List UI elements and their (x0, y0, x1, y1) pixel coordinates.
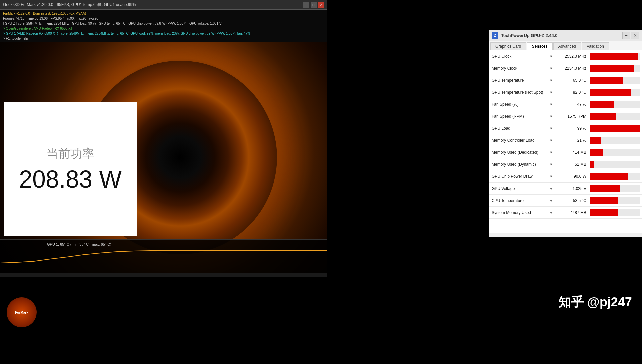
sensor-name-12: CPU Temperature ▼ (489, 198, 556, 203)
sensor-value-2: 65.0 °C (556, 78, 589, 83)
sensor-dropdown-icon-6[interactable]: ▼ (549, 126, 553, 130)
gpuz-win-controls: − ✕ (622, 32, 639, 39)
gpuz-logo-icon: Z (492, 32, 498, 39)
sensor-row: GPU Load ▼ 99 % (489, 122, 642, 134)
sensor-row: Memory Used (Dynamic) ▼ 51 MB (489, 158, 642, 170)
sensor-dropdown-icon-2[interactable]: ▼ (549, 78, 553, 82)
sensor-name-2: GPU Temperature ▼ (489, 78, 556, 83)
info-line-2: [ GPU-Z ] core: 2584 MHz - mem: 2234 MHz… (3, 21, 324, 26)
sensor-bar-container-6 (590, 125, 640, 132)
sensor-dropdown-icon-9[interactable]: ▼ (549, 162, 553, 166)
gpuz-sensors-panel: GPU Clock ▼ 2532.0 MHz Memory Clock ▼ 22… (489, 50, 642, 233)
sensor-bar-13 (590, 209, 618, 216)
sensor-row: Memory Controller Load ▼ 21 % (489, 134, 642, 146)
sensor-dropdown-icon-1[interactable]: ▼ (549, 66, 553, 70)
power-label: 当前功率 (46, 146, 94, 162)
furmark-window: Geeks3D FurMark v1.29.0.0 - 95FPS, GPU1 … (0, 0, 327, 277)
sensor-bar-10 (590, 173, 628, 180)
tab-sensors[interactable]: Sensors (527, 42, 552, 50)
sensor-bar-container-3 (590, 89, 640, 96)
sensor-row: GPU Voltage ▼ 1.025 V (489, 183, 642, 195)
sensor-dropdown-icon-5[interactable]: ▼ (549, 114, 553, 118)
info-line-4: > GPU 1 (AMD Radeon RX 6500 XT) - core: … (3, 31, 324, 36)
sensor-dropdown-icon-3[interactable]: ▼ (549, 90, 553, 94)
sensor-dropdown-icon-11[interactable]: ▼ (549, 187, 553, 191)
sensor-bar-container-0 (590, 53, 640, 60)
furmark-title: Geeks3D FurMark v1.29.0.0 - 95FPS, GPU1 … (3, 2, 303, 8)
sensor-bar-container-8 (590, 149, 640, 156)
sensor-name-8: Memory Used (Dedicated) ▼ (489, 150, 556, 155)
furmark-maximize-button[interactable]: □ (311, 2, 317, 8)
sensor-row: GPU Chip Power Draw ▼ 90.0 W (489, 170, 642, 183)
sensor-name-10: GPU Chip Power Draw ▼ (489, 174, 556, 179)
sensor-dropdown-icon-13[interactable]: ▼ (549, 211, 553, 215)
furmark-titlebar: Geeks3D FurMark v1.29.0.0 - 95FPS, GPU1 … (0, 0, 327, 10)
furmark-minimize-button[interactable]: − (303, 2, 309, 8)
sensor-value-5: 1575 RPM (556, 114, 589, 119)
sensor-bar-container-5 (590, 113, 640, 120)
sensor-bar-container-12 (590, 197, 640, 204)
sensor-bar-container-1 (590, 65, 640, 72)
sensor-row: GPU Temperature (Hot Spot) ▼ 82.0 °C (489, 86, 642, 98)
sensor-name-9: Memory Used (Dynamic) ▼ (489, 162, 556, 167)
furmark-logo: FurMark (7, 297, 37, 327)
sensor-name-3: GPU Temperature (Hot Spot) ▼ (489, 90, 556, 95)
gpuz-tabs: Graphics Card Sensors Advanced Validatio… (489, 41, 642, 50)
gpuz-window: Z TechPowerUp GPU-Z 2.44.0 − ✕ Graphics … (489, 30, 642, 237)
sensor-value-4: 47 % (556, 102, 589, 107)
sensor-dropdown-icon-0[interactable]: ▼ (549, 54, 553, 58)
furmark-info-panel: FurMark v1.29.0.0 - Burn-in test, 1920x1… (0, 10, 327, 42)
watermark: 知乎 @pj247 (558, 294, 632, 311)
sensor-bar-8 (590, 149, 603, 156)
sensor-bar-7 (590, 137, 601, 144)
sensor-row: Memory Clock ▼ 2234.0 MHz (489, 62, 642, 74)
sensor-name-0: GPU Clock ▼ (489, 54, 556, 59)
tab-advanced[interactable]: Advanced (553, 42, 581, 50)
info-line-5: > F1: toggle help (3, 36, 324, 41)
sensor-value-3: 82.0 °C (556, 90, 589, 95)
info-line-0: FurMark v1.29.0.0 - Burn-in test, 1920x1… (3, 11, 324, 16)
sensor-bar-1 (590, 65, 634, 72)
sensor-bar-9 (590, 161, 594, 168)
sensor-dropdown-icon-8[interactable]: ▼ (549, 150, 553, 154)
graph-label: GPU 1: 65° C (min: 38° C - max: 65° C) (47, 242, 111, 246)
sensor-row: Fan Speed (RPM) ▼ 1575 RPM (489, 110, 642, 122)
sensor-value-11: 1.025 V (556, 186, 589, 191)
sensor-name-7: Memory Controller Load ▼ (489, 138, 556, 143)
sensor-value-10: 90.0 W (556, 174, 589, 179)
sensor-bar-2 (590, 77, 623, 84)
sensor-name-13: System Memory Used ▼ (489, 210, 556, 215)
sensor-bar-container-10 (590, 173, 640, 180)
sensor-dropdown-icon-10[interactable]: ▼ (549, 174, 553, 178)
sensor-value-12: 53.5 °C (556, 198, 589, 203)
sensor-name-4: Fan Speed (%) ▼ (489, 102, 556, 107)
sensor-bar-11 (590, 185, 620, 192)
tab-validation[interactable]: Validation (582, 42, 609, 50)
info-line-1: Frames:74715 - time:00:13:06 - FPS:95 (m… (3, 16, 324, 21)
sensor-dropdown-icon-7[interactable]: ▼ (549, 138, 553, 142)
sensor-bar-3 (590, 89, 631, 96)
sensor-value-7: 21 % (556, 138, 589, 143)
tab-graphics-card[interactable]: Graphics Card (490, 42, 526, 50)
info-line-3: > OpenGL renderer: AMD Radeon RX 6500 XT (3, 26, 324, 31)
sensor-dropdown-icon-4[interactable]: ▼ (549, 102, 553, 106)
sensor-row: GPU Temperature ▼ 65.0 °C (489, 74, 642, 86)
sensor-name-1: Memory Clock ▼ (489, 66, 556, 71)
furmark-win-controls: − □ ✕ (303, 2, 324, 8)
sensor-row: System Memory Used ▼ 4487 MB (489, 207, 642, 219)
sensor-bar-0 (590, 53, 638, 60)
power-display: 当前功率 208.83 W (4, 102, 137, 236)
temperature-graph: GPU 1: 65° C (min: 38° C - max: 65° C) (0, 239, 327, 273)
furmark-close-button[interactable]: ✕ (318, 2, 324, 8)
sensor-name-5: Fan Speed (RPM) ▼ (489, 114, 556, 119)
sensor-value-6: 99 % (556, 126, 589, 131)
sensor-bar-container-13 (590, 209, 640, 216)
gpuz-minimize-button[interactable]: − (622, 32, 630, 39)
sensor-value-8: 414 MB (556, 150, 589, 155)
sensor-row: GPU Clock ▼ 2532.0 MHz (489, 50, 642, 62)
sensor-dropdown-icon-12[interactable]: ▼ (549, 199, 553, 203)
gpuz-title: TechPowerUp GPU-Z 2.44.0 (501, 33, 622, 38)
gpuz-close-button[interactable]: ✕ (631, 32, 639, 39)
sensor-bar-6 (590, 125, 640, 132)
sensor-bar-container-7 (590, 137, 640, 144)
